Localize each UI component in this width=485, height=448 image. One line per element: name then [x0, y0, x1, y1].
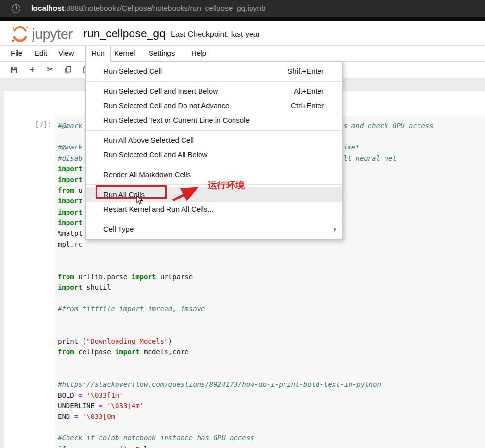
menu-item-run-selected-text-or-current-line-in-console[interactable]: Run Selected Text or Current Line in Con…: [86, 113, 342, 128]
menubar: FileEditViewRunKernelSettingsHelp: [0, 46, 485, 62]
code-line: [58, 357, 485, 368]
notebook-header: jupyter run_cellpose_gq Last Checkpoint:…: [0, 21, 485, 46]
menubar-item-file[interactable]: File: [11, 46, 22, 61]
cell-execution-prompt: [7]:: [30, 120, 51, 128]
code-line: from urllib.parse import urlparse: [58, 271, 485, 282]
menubar-item-view[interactable]: View: [58, 46, 74, 61]
menubar-item-settings[interactable]: Settings: [149, 46, 175, 61]
menubar-item-edit[interactable]: Edit: [34, 46, 47, 61]
menu-item-run-all-above-selected-cell[interactable]: Run All Above Selected Cell: [86, 133, 342, 148]
url-host: localhost: [31, 4, 64, 12]
jupyter-logo-text: jupyter: [32, 26, 73, 42]
code-line: [58, 293, 485, 303]
last-checkpoint-label: Last Checkpoint: last year: [171, 30, 260, 39]
code-line-fragment: s and check GPU access: [343, 120, 433, 131]
menu-divider: [86, 81, 342, 82]
code-line: #Check if colab notebook instance has GP…: [58, 432, 485, 443]
code-line: [58, 260, 485, 271]
mouse-cursor-icon: [136, 195, 144, 205]
menu-item-cell-type[interactable]: Cell Type: [86, 222, 342, 236]
code-line: import shutil: [58, 282, 485, 293]
code-line: if core.use_gpu()==False:: [58, 444, 485, 448]
code-line-fragment: ime*: [343, 142, 360, 152]
url-path: :8888/notebooks/Cellpose/notebooks/run_c…: [64, 4, 266, 12]
code-line: #https://stackoverflow.com/questions/892…: [58, 379, 485, 390]
menu-item-label: Run Selected Text or Current Line in Con…: [86, 113, 250, 128]
menu-item-label: Run Selected Cell and All Below: [86, 148, 207, 162]
code-line: [58, 249, 485, 260]
add-cell-icon[interactable]: +: [28, 66, 36, 74]
menubar-item-help[interactable]: Help: [191, 46, 206, 61]
code-line: [58, 325, 485, 336]
save-icon[interactable]: [10, 66, 18, 74]
run-menu-dropdown: Run Selected CellShift+EnterRun Selected…: [85, 61, 343, 240]
menu-item-shortcut: Ctrl+Enter: [291, 99, 342, 113]
menu-item-label: Run All Above Selected Cell: [86, 133, 194, 148]
jupyter-logo-icon: [10, 24, 30, 44]
code-line: mpl.rc: [58, 239, 485, 249]
copy-icon[interactable]: [64, 66, 72, 74]
annotation-label: 运行环境: [208, 179, 245, 192]
code-line: [58, 368, 485, 379]
menu-item-label: Render All Markdown Cells: [86, 167, 191, 182]
menu-item-run-selected-cell-and-all-below[interactable]: Run Selected Cell and All Below: [86, 148, 342, 162]
menu-divider: [86, 130, 342, 131]
menubar-item-kernel[interactable]: Kernel: [114, 46, 135, 61]
menu-item-shortcut: Alt+Enter: [294, 84, 342, 99]
menu-item-label: Cell Type: [86, 222, 134, 236]
code-line: [58, 422, 485, 432]
browser-address-bar[interactable]: i localhost:8888/notebooks/Cellpose/note…: [0, 0, 485, 21]
cut-icon[interactable]: ✂: [46, 66, 54, 74]
submenu-arrow-icon: [334, 227, 336, 232]
annotation-red-box: [96, 185, 167, 199]
menu-divider: [86, 165, 342, 165]
menu-item-label: Run Selected Cell and Do not Advance: [86, 99, 229, 113]
menu-divider: [86, 219, 342, 219]
menu-item-run-selected-cell-and-insert-below[interactable]: Run Selected Cell and Insert BelowAlt+En…: [86, 84, 342, 99]
url-text[interactable]: localhost:8888/notebooks/Cellpose/notebo…: [31, 4, 266, 13]
jupyter-logo[interactable]: jupyter: [10, 24, 73, 44]
menu-item-label: Run Selected Cell and Insert Below: [86, 84, 218, 99]
browser-bottom-strip: [0, 17, 485, 21]
menu-item-run-selected-cell[interactable]: Run Selected CellShift+Enter: [86, 64, 342, 79]
code-line: END = '\033[0m': [58, 411, 485, 422]
menu-item-run-selected-cell-and-do-not-advance[interactable]: Run Selected Cell and Do not AdvanceCtrl…: [86, 99, 342, 113]
code-line-fragment: lt neural net: [343, 153, 397, 164]
code-line: #from tifffile import imread, imsave: [58, 303, 485, 314]
menubar-item-run[interactable]: Run: [85, 46, 111, 62]
code-line: [58, 314, 485, 325]
menu-item-shortcut: Shift+Enter: [287, 64, 342, 79]
code-line: from cellpose import models,core: [58, 347, 485, 357]
site-info-icon[interactable]: i: [12, 4, 20, 13]
code-line: BOLD = '\033[1m': [58, 390, 485, 400]
code-line: UNDERLINE = '\033[4m': [58, 400, 485, 411]
notebook-title[interactable]: run_cellpose_gq: [84, 27, 166, 40]
code-line: print ("Downloading Models"): [58, 336, 485, 347]
menu-item-label: Run Selected Cell: [86, 64, 162, 79]
